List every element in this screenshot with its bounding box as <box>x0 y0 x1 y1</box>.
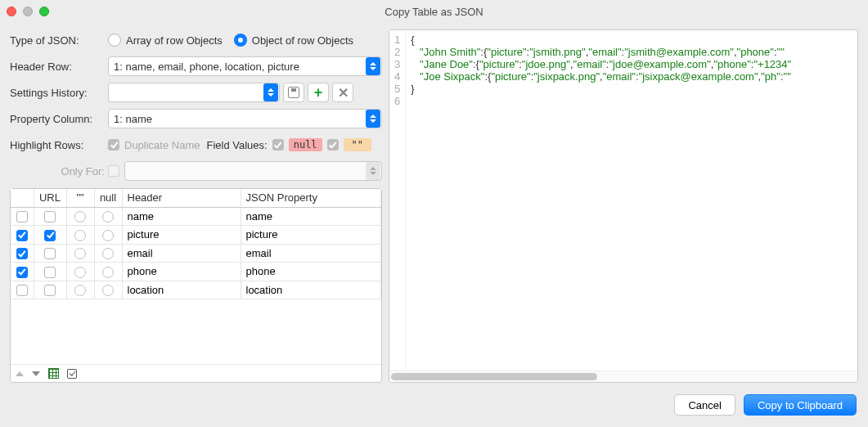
null-badge: null <box>289 138 322 151</box>
label-settings-history: Settings History: <box>10 87 108 99</box>
close-window-icon[interactable] <box>7 7 16 16</box>
cancel-button[interactable]: Cancel <box>674 394 735 416</box>
columns-table: URL "" null Header JSON Property namenam… <box>10 188 382 383</box>
label-property-column: Property Column: <box>10 113 108 125</box>
chevron-updown-icon <box>366 162 380 180</box>
only-for-checkbox <box>108 165 119 177</box>
label-type-of-json: Type of JSON: <box>10 34 108 47</box>
col-include[interactable] <box>11 189 34 207</box>
row-header-cell[interactable]: location <box>122 281 241 299</box>
label-only-for: Only For: <box>10 165 108 178</box>
copy-to-clipboard-button[interactable]: Copy to Clipboard <box>744 394 857 416</box>
save-icon <box>288 87 299 98</box>
label-highlight-rows: Highlight Rows: <box>10 139 108 151</box>
row-url-checkbox[interactable] <box>44 230 56 241</box>
table-row[interactable]: phonephone <box>11 263 381 281</box>
header-row-select[interactable]: 1: name, email, phone, location, picture <box>108 56 382 76</box>
json-preview: 1 2 3 4 5 6 { "John Smith":{"picture":"j… <box>389 29 858 383</box>
grid-icon[interactable] <box>48 368 59 379</box>
row-null-radio[interactable] <box>102 211 114 222</box>
empty-checkbox <box>327 139 339 151</box>
row-include-checkbox[interactable] <box>16 248 28 259</box>
window-title: Copy Table as JSON <box>385 6 483 18</box>
horizontal-scrollbar[interactable] <box>389 371 857 382</box>
radio-icon <box>108 34 121 47</box>
check-all-icon[interactable] <box>67 369 77 379</box>
row-empty-radio[interactable] <box>74 230 86 241</box>
row-header-cell[interactable]: name <box>122 207 241 226</box>
label-field-values: Field Values: <box>207 139 268 151</box>
row-property-cell[interactable]: location <box>241 281 381 299</box>
save-settings-button[interactable] <box>283 83 304 102</box>
col-header[interactable]: Header <box>122 189 241 207</box>
label-header-row: Header Row: <box>10 61 108 73</box>
move-up-icon[interactable] <box>16 371 24 376</box>
settings-history-select[interactable] <box>108 83 280 102</box>
row-null-radio[interactable] <box>102 285 114 296</box>
chevron-updown-icon <box>263 83 278 101</box>
row-empty-radio[interactable] <box>74 285 86 296</box>
row-header-cell[interactable]: phone <box>122 263 241 281</box>
row-property-cell[interactable]: phone <box>241 263 381 281</box>
plus-icon: + <box>314 84 323 101</box>
table-row[interactable]: picturepicture <box>11 226 381 245</box>
delete-settings-button[interactable]: ✕ <box>332 83 353 102</box>
col-empty[interactable]: "" <box>66 189 94 207</box>
col-json-property[interactable]: JSON Property <box>241 189 381 207</box>
row-null-radio[interactable] <box>102 267 114 278</box>
table-row[interactable]: emailemail <box>11 244 381 263</box>
table-row[interactable]: locationlocation <box>11 281 381 299</box>
radio-icon <box>234 34 247 47</box>
move-down-icon[interactable] <box>32 371 40 376</box>
radio-object-of-row-objects[interactable]: Object of row Objects <box>234 34 353 47</box>
row-url-checkbox[interactable] <box>44 285 56 296</box>
property-column-select[interactable]: 1: name <box>108 109 382 128</box>
row-include-checkbox[interactable] <box>16 285 28 296</box>
row-url-checkbox[interactable] <box>44 267 56 278</box>
add-settings-button[interactable]: + <box>308 83 329 102</box>
col-null[interactable]: null <box>94 189 122 207</box>
null-checkbox <box>272 139 284 151</box>
x-icon: ✕ <box>338 85 349 101</box>
chevron-updown-icon <box>366 110 380 128</box>
row-include-checkbox[interactable] <box>16 230 28 241</box>
empty-badge: "" <box>344 138 371 151</box>
zoom-window-icon[interactable] <box>39 7 49 16</box>
row-null-radio[interactable] <box>102 230 114 241</box>
row-url-checkbox[interactable] <box>44 248 56 259</box>
radio-label: Array of row Objects <box>126 34 223 47</box>
col-url[interactable]: URL <box>34 189 66 207</box>
row-property-cell[interactable]: name <box>241 207 381 226</box>
radio-array-of-row-objects[interactable]: Array of row Objects <box>108 34 223 47</box>
row-include-checkbox[interactable] <box>16 267 28 278</box>
chevron-updown-icon <box>366 57 380 75</box>
row-empty-radio[interactable] <box>74 248 86 259</box>
duplicate-name-checkbox <box>108 139 119 151</box>
minimize-window-icon <box>23 7 33 16</box>
row-null-radio[interactable] <box>102 248 114 259</box>
row-header-cell[interactable]: picture <box>122 226 241 245</box>
row-include-checkbox[interactable] <box>16 211 28 222</box>
only-for-select <box>124 161 382 181</box>
row-empty-radio[interactable] <box>74 267 86 278</box>
row-property-cell[interactable]: email <box>241 244 381 263</box>
row-header-cell[interactable]: email <box>122 244 241 263</box>
row-url-checkbox[interactable] <box>44 211 56 222</box>
radio-label: Object of row Objects <box>252 34 353 47</box>
duplicate-name-label: Duplicate Name <box>124 139 200 151</box>
titlebar: Copy Table as JSON <box>0 0 868 23</box>
table-row[interactable]: namename <box>11 207 381 226</box>
row-empty-radio[interactable] <box>74 211 86 222</box>
row-property-cell[interactable]: picture <box>241 226 381 245</box>
